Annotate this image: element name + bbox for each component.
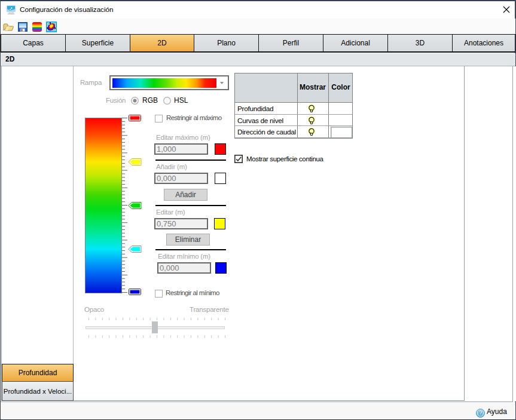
svg-text:?: ? [478,409,482,416]
